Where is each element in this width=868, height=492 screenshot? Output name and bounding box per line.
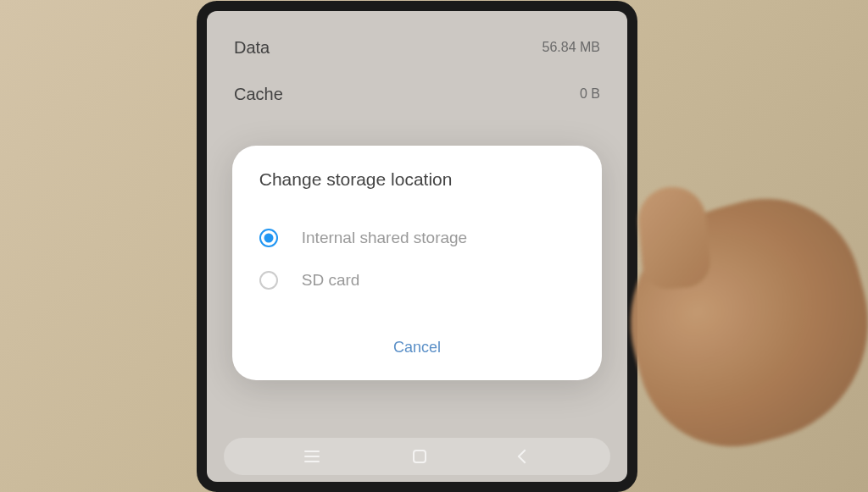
radio-label-sdcard: SD card — [302, 271, 360, 290]
phone-frame: Data 56.84 MB Cache 0 B Change storage l… — [197, 1, 637, 492]
home-button[interactable] — [413, 450, 426, 463]
radio-icon — [259, 229, 278, 247]
radio-option-internal[interactable]: Internal shared storage — [253, 217, 581, 259]
navigation-bar — [224, 438, 610, 475]
modal-overlay[interactable]: Change storage location Internal shared … — [207, 11, 627, 482]
phone-screen: Data 56.84 MB Cache 0 B Change storage l… — [207, 11, 627, 482]
dialog-title: Change storage location — [253, 169, 581, 190]
radio-icon — [259, 271, 278, 290]
recents-button[interactable] — [304, 451, 320, 462]
dialog-actions: Cancel — [253, 332, 581, 363]
cancel-button[interactable]: Cancel — [380, 332, 454, 363]
change-storage-dialog: Change storage location Internal shared … — [232, 146, 602, 380]
hand-holding-phone — [604, 178, 868, 468]
radio-label-internal: Internal shared storage — [302, 229, 467, 247]
back-button[interactable] — [518, 449, 532, 463]
radio-option-sdcard[interactable]: SD card — [253, 259, 581, 301]
